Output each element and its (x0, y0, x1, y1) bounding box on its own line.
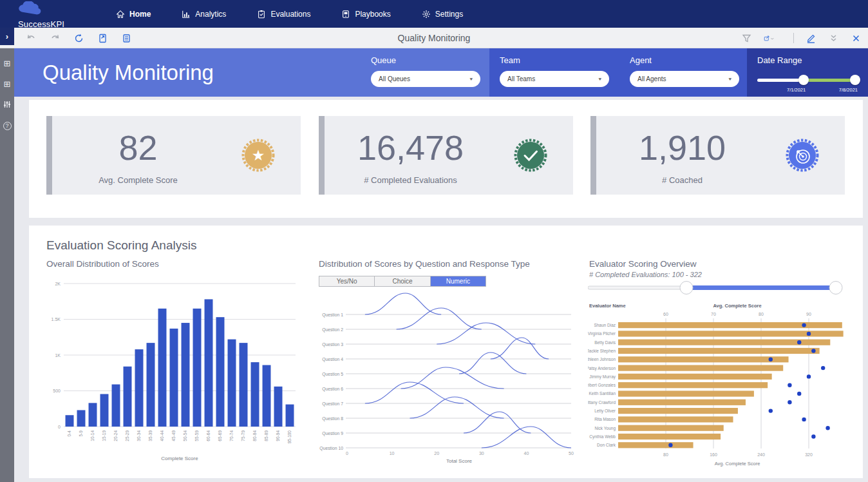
slider-track[interactable] (757, 79, 804, 82)
svg-text:40: 40 (524, 451, 529, 456)
report-list-icon[interactable] (121, 33, 132, 44)
svg-text:1K: 1K (55, 353, 61, 358)
evaluations-range-selected[interactable] (686, 285, 836, 290)
date-range-panel: Date Range 7/1/2021 7/8/2021 (747, 48, 868, 97)
slider-handle-start[interactable] (798, 75, 809, 85)
redo-icon[interactable] (50, 33, 61, 44)
undo-icon[interactable] (26, 33, 37, 44)
svg-text:★: ★ (252, 147, 265, 164)
svg-text:Question 6: Question 6 (322, 387, 343, 392)
score-distribution-ridgeline: Question 1Question 2Question 3Question 4… (317, 290, 576, 465)
date-range-slider[interactable] (757, 74, 859, 86)
nav-item-analytics[interactable]: Analytics (182, 10, 226, 19)
agent-filter-panel: Agent All Agents ▾ (619, 48, 747, 97)
kpi-card-avg-complete-score: 82 Avg. Complete Score ★ (46, 116, 301, 195)
edit-icon[interactable] (806, 33, 816, 44)
svg-text:75-79: 75-79 (241, 430, 245, 441)
nav-item-settings[interactable]: Settings (422, 10, 463, 19)
brand-logo[interactable]: SuccessKPI (18, 1, 89, 29)
svg-text:Shaun Diaz: Shaun Diaz (594, 323, 616, 327)
svg-text:500: 500 (53, 389, 61, 393)
svg-text:20-24: 20-24 (113, 430, 118, 441)
svg-text:1.5K: 1.5K (52, 317, 61, 322)
svg-text:320: 320 (805, 452, 813, 457)
svg-text:Question 8: Question 8 (322, 416, 343, 421)
svg-text:Don Clark: Don Clark (597, 443, 616, 447)
svg-text:0: 0 (346, 451, 348, 456)
grid-view-icon[interactable]: ⊞ (0, 55, 14, 72)
tab-yes-no[interactable]: Yes/No (319, 276, 375, 286)
collapse-all-icon[interactable] (828, 33, 839, 44)
page-title: Quality Monitoring (42, 61, 214, 85)
svg-text:50-54: 50-54 (183, 430, 187, 441)
playbooks-icon (341, 10, 350, 19)
evaluation-scoring-analysis-card: Evaluation Scoring Analysis Overall Dist… (29, 226, 863, 478)
svg-text:Virginia Pilcher: Virginia Pilcher (588, 331, 616, 336)
nav-item-evaluations[interactable]: Evaluations (257, 10, 310, 19)
svg-text:70: 70 (711, 312, 716, 316)
svg-text:Jackie Stephen: Jackie Stephen (588, 349, 616, 354)
cloud-logo-icon (18, 1, 45, 17)
kpi-card-completed-evaluations: 16,478 # Completed Evaluations (319, 116, 573, 195)
svg-text:55-59: 55-59 (194, 430, 199, 441)
svg-text:Keith Santillan: Keith Santillan (589, 391, 616, 396)
sidebar-expand-chevron[interactable]: › (0, 28, 14, 45)
refresh-icon[interactable] (73, 33, 84, 44)
filter-sliders-icon[interactable] (0, 96, 14, 113)
banner-title-panel: Quality Monitoring (14, 48, 361, 97)
toolbar-divider (793, 33, 794, 43)
export-page-icon[interactable] (97, 33, 108, 44)
svg-text:Brittany Crawford: Brittany Crawford (588, 400, 616, 405)
svg-text:Question 1: Question 1 (322, 313, 343, 318)
agent-dropdown[interactable]: All Agents ▾ (630, 71, 739, 87)
nav-item-playbooks[interactable]: Playbooks (341, 10, 390, 19)
svg-text:2K: 2K (55, 282, 61, 286)
svg-text:50: 50 (569, 451, 574, 456)
team-filter-panel: Team All Teams ▾ (489, 48, 619, 97)
team-dropdown[interactable]: All Teams ▾ (500, 71, 609, 87)
overall-distribution-histogram: 05001K1.5K2K0-45-910-1415-1920-2425-2930… (43, 275, 301, 464)
target-badge-icon (784, 137, 820, 173)
svg-text:Complete Score: Complete Score (161, 456, 198, 461)
svg-text:Question 9: Question 9 (322, 431, 343, 436)
share-icon[interactable] (764, 33, 782, 44)
svg-text:5-9: 5-9 (79, 430, 83, 437)
svg-text:35-39: 35-39 (148, 430, 153, 441)
grid-view-2-icon[interactable]: ⊞ (0, 75, 14, 92)
svg-text:Question 3: Question 3 (322, 342, 343, 347)
tab-choice[interactable]: Choice (375, 276, 430, 286)
help-icon[interactable]: ? (0, 117, 14, 134)
slider-track-selected[interactable] (804, 79, 855, 82)
svg-text:Betty Davis: Betty Davis (594, 340, 616, 345)
svg-text:Question 4: Question 4 (322, 357, 343, 362)
filter-icon[interactable] (741, 33, 752, 44)
filter-banner: Quality Monitoring Queue All Queues ▾ Te… (14, 48, 868, 97)
svg-text:15-19: 15-19 (102, 430, 106, 441)
kpi-band: 82 Avg. Complete Score ★ 16,478 # Comple… (29, 100, 863, 218)
svg-text:85-89: 85-89 (264, 430, 269, 441)
kpi-card-coached: 1,910 # Coached (590, 116, 845, 195)
kpi-value: 16,478 (319, 128, 502, 168)
tab-numeric[interactable]: Numeric (431, 276, 486, 286)
chevron-down-icon: ▾ (469, 77, 473, 82)
range-handle-end[interactable] (829, 282, 842, 294)
nav-item-home[interactable]: Home (116, 10, 151, 19)
evaluator-chart-title: Evaluator Scoring Overview (589, 259, 697, 269)
evaluator-chart-subtitle: # Completed Evaluations: 100 - 322 (589, 271, 702, 278)
svg-text:Patsy Anderson: Patsy Anderson (588, 366, 616, 371)
close-icon[interactable] (851, 33, 862, 44)
svg-text:80-84: 80-84 (252, 430, 257, 441)
ridgeline-title: Distribution of Scores by Question and R… (319, 259, 530, 269)
team-filter-label: Team (500, 55, 609, 65)
kpi-label: Avg. Complete Score (46, 175, 230, 185)
queue-dropdown[interactable]: All Queues ▾ (371, 71, 480, 87)
histogram-title: Overall Distribution of Scores (46, 259, 159, 269)
svg-text:Nick Young: Nick Young (594, 426, 616, 431)
svg-text:240: 240 (757, 452, 765, 457)
svg-text:10-14: 10-14 (90, 430, 95, 441)
range-handle-start[interactable] (680, 282, 693, 294)
svg-text:90: 90 (806, 312, 811, 316)
kpi-value: 82 (46, 128, 230, 168)
check-badge-icon (513, 137, 549, 173)
slider-handle-end[interactable] (850, 75, 860, 85)
